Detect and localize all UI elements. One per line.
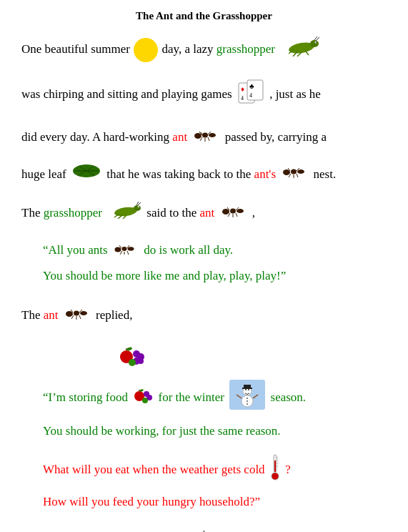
svg-line-63: [127, 251, 129, 255]
p1-chirping: was chirping and sitting and playing gam…: [21, 87, 232, 101]
svg-point-33: [297, 169, 304, 174]
svg-point-56: [114, 247, 121, 252]
food-icon-inline: [132, 385, 154, 413]
svg-point-17: [202, 132, 208, 137]
svg-text:♦: ♦: [241, 85, 244, 93]
p1-did-every: did every day. A hard-working: [21, 130, 169, 144]
svg-line-38: [297, 174, 298, 177]
p2-the: The: [21, 206, 40, 220]
quote3-line2: How will you feed your hungry household?…: [43, 491, 387, 513]
paragraph-2: The grasshopper said to the ant ,: [21, 200, 387, 227]
quote3-weather-text: What will you eat when the weather gets …: [43, 463, 265, 477]
svg-point-31: [283, 169, 290, 175]
grasshopper-icon-2: [107, 200, 141, 227]
food-icon: [116, 341, 148, 378]
ant-icon-5: [64, 305, 91, 327]
svg-point-42: [139, 207, 139, 207]
svg-point-96: [247, 400, 248, 402]
p1-text-after-summer: day, a lazy: [162, 42, 214, 56]
svg-point-97: [247, 403, 248, 405]
svg-text:4: 4: [241, 95, 244, 102]
svg-point-92: [248, 389, 249, 390]
svg-point-40: [134, 205, 141, 211]
svg-point-79: [129, 359, 136, 366]
p2-said-to: said to the: [146, 206, 196, 220]
cards-icon: ♦ 4 ♣ 4: [237, 77, 264, 112]
svg-point-1: [310, 40, 319, 47]
p3-the: The: [21, 308, 40, 322]
svg-text:♣: ♣: [249, 82, 254, 90]
svg-line-24: [208, 137, 209, 141]
svg-rect-90: [242, 388, 252, 389]
quote1-do-is: do is work all day.: [144, 243, 233, 257]
svg-point-85: [142, 398, 148, 403]
p3-replied: replied,: [96, 308, 132, 322]
paragraph-3: The ant replied,: [21, 304, 387, 327]
quote2-for-winter: for the winter: [159, 390, 225, 404]
svg-point-95: [247, 398, 248, 399]
svg-point-50: [237, 209, 244, 213]
ant-label-3: ant: [44, 308, 59, 322]
svg-point-58: [127, 247, 134, 251]
svg-text:4: 4: [249, 92, 252, 99]
svg-point-78: [138, 358, 144, 364]
svg-point-57: [121, 247, 126, 251]
quote3-question-mark: ?: [285, 463, 291, 477]
svg-point-65: [74, 311, 79, 316]
footer: -1- ©EnchantedLearning.com: [21, 528, 387, 532]
quote2-line1: “I’m storing food for the winter: [43, 380, 387, 418]
quote-3: What will you eat when the weather gets …: [43, 453, 387, 513]
ant-icon-2: [281, 163, 308, 186]
grasshopper-label-1: grasshopper: [217, 42, 275, 56]
p1-text-before-summer: One beautiful summer: [21, 42, 130, 56]
paragraph-1b: was chirping and sitting and playing gam…: [21, 77, 387, 112]
paragraph-1d: huge leaf that he was taking back to the…: [21, 162, 387, 187]
svg-point-48: [222, 209, 229, 215]
quote2-food-word: food: [106, 390, 128, 404]
svg-point-16: [194, 133, 201, 139]
grasshopper-label-2: grasshopper: [44, 206, 102, 220]
thermometer-icon: [269, 453, 281, 488]
quote1-line1: “All you ants do is work all day.: [43, 240, 387, 262]
quote2-line2: You should be working, for just the same…: [43, 420, 387, 443]
leaf-icon: [71, 162, 101, 187]
paragraph-1: One beautiful summer day, a lazy grassho…: [21, 35, 387, 64]
p2-comma: ,: [252, 206, 255, 220]
ant-label-2: ant: [199, 206, 214, 220]
svg-point-64: [66, 311, 73, 317]
ant-icon-1: [192, 127, 219, 149]
svg-point-49: [230, 208, 236, 213]
svg-point-91: [245, 389, 247, 390]
p1-taking-back: that he was taking back to the: [106, 167, 251, 180]
page-title: The Ant and the Grasshopper: [21, 10, 387, 22]
quote1-all-ants: “All you ants: [43, 243, 108, 257]
ant-icon-3: [220, 202, 247, 225]
paragraph-1c: did every day. A hard-working ant passed…: [21, 126, 387, 149]
svg-line-55: [236, 213, 237, 217]
quote2-season: season.: [271, 390, 307, 404]
svg-point-66: [80, 311, 87, 315]
svg-rect-99: [274, 460, 276, 472]
ant-icon-4: [113, 240, 139, 262]
quote2-storing: “I’m storing: [43, 390, 103, 404]
grasshopper-icon-1: [280, 35, 319, 64]
quote1-line2: You should be more like me and play, pla…: [43, 265, 387, 287]
sun-icon: [136, 40, 156, 60]
snowman-icon: [229, 380, 265, 418]
ant-label-1: ant: [172, 130, 187, 144]
svg-line-71: [79, 315, 81, 319]
quote-2: “I’m storing food for the winter: [43, 341, 387, 443]
quote3-line1: What will you eat when the weather gets …: [43, 453, 387, 488]
p1-passed-by: passed by, carrying a: [225, 130, 327, 144]
p1-nest: nest.: [314, 167, 337, 180]
p1-huge-leaf-text: huge leaf: [21, 167, 66, 180]
svg-point-100: [272, 473, 279, 480]
p1-just-as-he: , just as he: [269, 87, 321, 101]
quote-1: “All you ants do is work all day. You sh…: [43, 240, 387, 287]
svg-line-61: [120, 251, 122, 255]
ants-label-1: ant's: [254, 167, 276, 180]
svg-point-3: [316, 41, 317, 43]
svg-point-18: [209, 133, 216, 137]
svg-point-32: [291, 169, 297, 174]
page-number: -1-: [21, 528, 387, 532]
